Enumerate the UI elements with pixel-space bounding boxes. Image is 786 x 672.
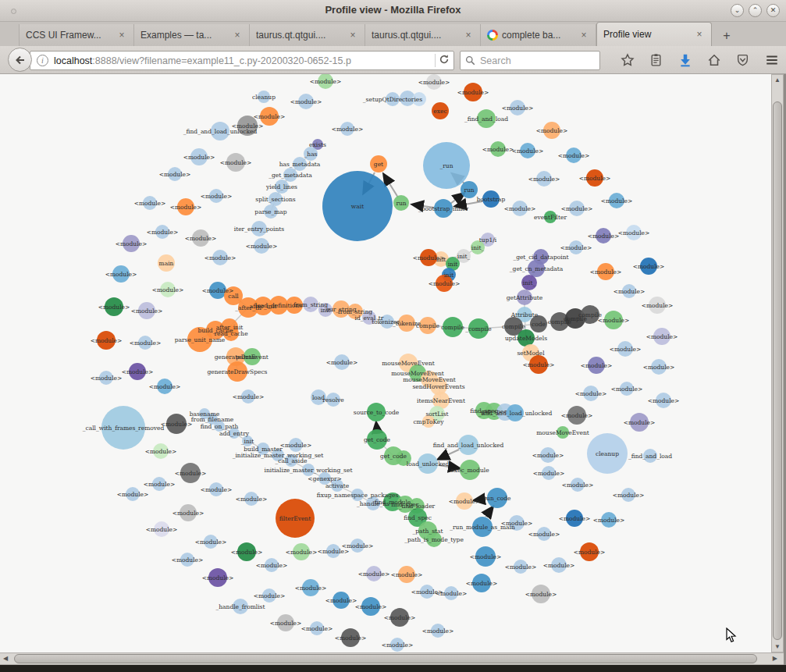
svg-text:_call_with_frames_removed: _call_with_frames_removed (83, 425, 165, 432)
page-info-icon[interactable]: i (37, 55, 48, 66)
svg-text:<module>: <module> (561, 412, 593, 419)
svg-text:fixup_namespace_packages: fixup_namespace_packages (317, 492, 399, 499)
window-bottom-edge (0, 665, 786, 672)
tab-close-icon[interactable]: × (347, 30, 358, 41)
svg-text:<module>: <module> (326, 359, 358, 366)
back-button[interactable] (8, 48, 32, 72)
tab-label: taurus.qt.qtgui.... (372, 30, 463, 41)
svg-text:<module>: <module> (579, 175, 611, 182)
svg-text:<module>: <module> (254, 592, 286, 599)
tab-close-icon[interactable]: × (578, 30, 589, 41)
scroll-down-icon[interactable]: ▼ (772, 643, 783, 650)
svg-text:paintEvent: paintEvent (236, 354, 269, 361)
mouse-cursor (726, 628, 737, 646)
svg-text:filterEvent: filterEvent (279, 515, 311, 522)
url-text[interactable]: localhost:8888/view?filename=example11_c… (54, 55, 432, 66)
url-path: :8888/view?filename=example11_c.py-20200… (92, 55, 351, 66)
svg-text:split_sections: split_sections (255, 196, 295, 203)
search-input[interactable] (480, 55, 581, 66)
svg-text:<module>: <module> (170, 204, 202, 211)
svg-text:updateModels: updateModels (505, 335, 547, 342)
svg-text:<module>: <module> (533, 470, 565, 477)
svg-text:_setupQtDirectories: _setupQtDirectories (363, 96, 422, 103)
svg-text:<module>: <module> (172, 556, 204, 564)
bookmarks-menu-button[interactable] (646, 50, 666, 70)
reload-icon (439, 54, 450, 65)
svg-text:init: init (444, 272, 454, 279)
svg-text:<module>: <module> (117, 491, 149, 498)
svg-text:mouseMoveEvent: mouseMoveEvent (536, 429, 589, 436)
svg-text:<module>: <module> (280, 442, 312, 449)
tab-taurus-qtgui-2[interactable]: taurus.qt.qtgui.... × (365, 24, 481, 46)
svg-text:has_metadata: has_metadata (279, 161, 321, 168)
hamburger-icon (765, 54, 779, 66)
svg-text:<module>: <module> (172, 510, 205, 517)
svg-text:<module>: <module> (505, 564, 537, 571)
svg-text:<module>: <module> (598, 317, 630, 324)
tab-label: Profile view (603, 29, 694, 40)
firefox-window: { "window": { "title": "Profile view - M… (0, 0, 786, 672)
pocket-shield-button[interactable] (733, 50, 752, 70)
shield-icon (736, 53, 749, 67)
close-button[interactable]: ✕ (766, 4, 780, 17)
svg-text:<module>: <module> (332, 126, 364, 133)
svg-text:<module>: <module> (504, 205, 536, 212)
svg-text:activate: activate (325, 482, 350, 489)
svg-text:<module>: <module> (131, 308, 163, 315)
svg-text:get: get (374, 161, 383, 168)
navigation-toolbar: i localhost:8888/view?filename=example11… (0, 46, 786, 74)
svg-text:yield_lines: yield_lines (265, 183, 297, 190)
vertical-scrollbar[interactable]: ▲ ▼ (771, 74, 784, 652)
scroll-up-icon[interactable]: ▲ (772, 76, 783, 84)
tab-close-icon[interactable]: × (463, 30, 474, 41)
svg-text:tup1/i: tup1/i (479, 236, 497, 244)
profile-bubble-graph[interactable]: <module><module><module>cleanup<module><… (0, 74, 770, 652)
reload-button[interactable] (438, 54, 453, 68)
svg-text:mouseMoveEvent: mouseMoveEvent (403, 376, 456, 383)
svg-text:<module>: <module> (233, 393, 265, 400)
tab-examples[interactable]: Examples — ta... × (134, 24, 250, 46)
url-bar[interactable]: i localhost:8888/view?filename=example11… (30, 51, 454, 70)
svg-text:<module>: <module> (183, 154, 215, 161)
bookmark-star-button[interactable] (617, 50, 637, 70)
svg-text:_path_stat: _path_stat (413, 528, 443, 535)
tab-google-search[interactable]: complete ba... × (481, 24, 596, 46)
vertical-scrollbar-thumb[interactable] (773, 101, 782, 640)
svg-text:initialize_master_working_set: initialize_master_working_set (265, 467, 353, 474)
minimize-button[interactable]: ⌄ (731, 4, 744, 17)
new-tab-button[interactable]: + (715, 26, 738, 46)
urlbar-divider (435, 54, 436, 67)
tab-close-icon[interactable]: × (694, 29, 705, 40)
tab-profile-view[interactable]: Profile view × (596, 22, 712, 46)
back-arrow-icon (14, 54, 27, 66)
tab-taurus-qtgui-1[interactable]: taurus.qt.qtgui.... × (250, 24, 365, 46)
horizontal-scrollbar-thumb[interactable] (14, 654, 757, 663)
horizontal-scrollbar[interactable]: ◀ ▶ (0, 652, 784, 665)
home-button[interactable] (704, 50, 724, 70)
restore-button[interactable]: ⌃ (749, 4, 762, 17)
svg-text:cleanup: cleanup (596, 450, 619, 457)
svg-text:<module>: <module> (301, 625, 333, 632)
menu-button[interactable] (762, 50, 781, 70)
svg-text:compile: compile (416, 322, 439, 329)
tab-close-icon[interactable]: × (232, 30, 243, 41)
titlebar[interactable]: Profile view - Mozilla Firefox ⌄ ⌃ ✕ (0, 0, 786, 22)
svg-text:<module>: <module> (611, 386, 643, 393)
downloads-button[interactable] (675, 50, 695, 70)
search-box[interactable] (460, 51, 600, 70)
svg-text:setModel: setModel (517, 350, 545, 357)
svg-text:_init: _init (241, 438, 254, 445)
scroll-left-icon[interactable]: ◀ (3, 655, 8, 662)
clipboard-icon (649, 53, 663, 67)
scroll-right-icon[interactable]: ▶ (773, 655, 777, 662)
page-content: <module><module><module>cleanup<module><… (0, 74, 786, 665)
tab-label: complete ba... (502, 30, 578, 41)
tab-ccs-ui-framework[interactable]: CCS UI Framew... × (19, 24, 134, 46)
svg-text:<module>: <module> (525, 591, 557, 598)
tab-close-icon[interactable]: × (116, 30, 127, 41)
search-icon (465, 55, 475, 66)
google-favicon (487, 30, 498, 41)
svg-text:wait: wait (351, 203, 364, 210)
svg-text:cmpToKey: cmpToKey (413, 418, 444, 425)
svg-text:from_filename: from_filename (191, 416, 234, 423)
